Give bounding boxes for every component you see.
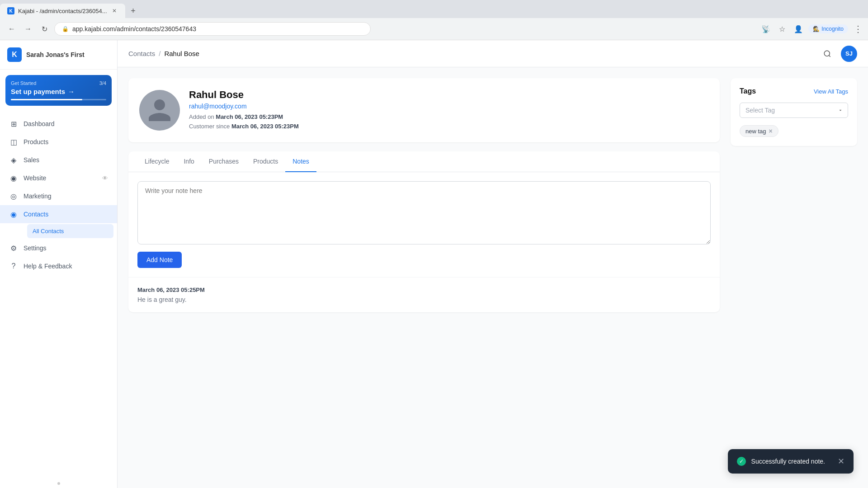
- incognito-icon: 🕵: [813, 26, 820, 32]
- search-button[interactable]: [819, 46, 835, 62]
- active-tab[interactable]: K Kajabi - /admin/contacts/236054... ✕: [0, 4, 125, 18]
- sidebar-item-sales[interactable]: ◈ Sales: [0, 151, 117, 169]
- contact-card: Rahul Bose rahul@moodjoy.com Added on Ma…: [128, 78, 720, 142]
- tags-header: Tags View All Tags: [740, 87, 848, 95]
- sidebar-item-label: Sales: [24, 156, 39, 164]
- breadcrumb-separator: /: [159, 50, 160, 57]
- view-all-tags-link[interactable]: View All Tags: [814, 88, 848, 95]
- tags-title: Tags: [740, 87, 756, 95]
- browser-toolbar: ← → ↻ 🔒 app.kajabi.com/admin/contacts/23…: [0, 18, 868, 40]
- get-started-banner[interactable]: Get Started 3/4 Set up payments →: [5, 75, 112, 106]
- url-text: app.kajabi.com/admin/contacts/2360547643: [72, 25, 196, 33]
- sidebar: K Sarah Jonas's First Get Started 3/4 Se…: [0, 40, 118, 488]
- profile-button[interactable]: 👤: [792, 23, 805, 35]
- note-textarea[interactable]: [137, 181, 711, 244]
- sidebar-item-products[interactable]: ◫ Products: [0, 133, 117, 151]
- contact-meta: Added on March 06, 2023 05:23PM Customer…: [189, 113, 299, 131]
- products-icon: ◫: [9, 137, 18, 146]
- sidebar-item-label: Settings: [24, 244, 47, 252]
- browser-menu-button[interactable]: ⋮: [854, 23, 863, 34]
- toast-close-button[interactable]: ✕: [838, 456, 844, 466]
- dashboard-icon: ⊞: [9, 119, 18, 128]
- get-started-progress-bar: [11, 99, 82, 100]
- tabs-content: Add Note: [128, 172, 720, 277]
- breadcrumb-current: Rahul Bose: [164, 50, 199, 57]
- sidebar-item-marketing[interactable]: ◎ Marketing: [0, 187, 117, 205]
- avatar-icon: [146, 97, 173, 124]
- toast-success-icon: ✓: [737, 457, 746, 466]
- note-entry-0: March 06, 2023 05:25PM He is a great guy…: [128, 277, 720, 312]
- browser-actions: 📡 ☆ 👤 🕵 Incognito ⋮: [760, 23, 863, 35]
- new-tab-button[interactable]: +: [127, 5, 140, 17]
- sidebar-item-contacts[interactable]: ◉ Contacts: [0, 205, 117, 223]
- sales-icon: ◈: [9, 155, 18, 164]
- sidebar-nav: ⊞ Dashboard ◫ Products ◈ Sales ◉ Website…: [0, 111, 117, 479]
- svg-point-0: [824, 51, 830, 56]
- tag-remove-button[interactable]: ×: [769, 127, 773, 135]
- tag-select[interactable]: Select Tag: [740, 103, 848, 118]
- sidebar-item-website[interactable]: ◉ Website 👁: [0, 169, 117, 187]
- all-contacts-label: All Contacts: [33, 228, 64, 235]
- sidebar-brand: Sarah Jonas's First: [26, 51, 85, 58]
- contact-detail: Rahul Bose rahul@moodjoy.com Added on Ma…: [128, 78, 720, 477]
- note-text: He is a great guy.: [137, 296, 711, 303]
- get-started-progress: [11, 99, 106, 100]
- sidebar-logo: K: [7, 47, 22, 62]
- note-date: March 06, 2023 05:25PM: [137, 286, 711, 293]
- top-header: Contacts / Rahul Bose SJ: [118, 40, 868, 67]
- app: K Sarah Jonas's First Get Started 3/4 Se…: [0, 40, 868, 488]
- marketing-icon: ◎: [9, 192, 18, 201]
- contact-email[interactable]: rahul@moodjoy.com: [189, 103, 299, 110]
- sidebar-sub-contacts: All Contacts: [0, 224, 117, 238]
- scroll-dot: [57, 482, 60, 485]
- sidebar-sub-item-all-contacts[interactable]: All Contacts: [27, 224, 113, 238]
- tab-info[interactable]: Info: [176, 151, 201, 172]
- sidebar-item-help[interactable]: ? Help & Feedback: [0, 257, 117, 275]
- sidebar-item-label: Marketing: [24, 192, 51, 200]
- incognito-label: Incognito: [821, 26, 844, 32]
- get-started-title: Set up payments →: [11, 88, 106, 95]
- tab-favicon: K: [7, 7, 14, 14]
- sidebar-item-settings[interactable]: ⚙ Settings: [0, 239, 117, 257]
- customer-since-label: Customer since: [189, 123, 230, 130]
- content-area: Rahul Bose rahul@moodjoy.com Added on Ma…: [118, 67, 868, 488]
- tab-products[interactable]: Products: [246, 151, 285, 172]
- sidebar-item-label: Products: [24, 138, 48, 145]
- scroll-indicator: [0, 479, 117, 488]
- tab-purchases[interactable]: Purchases: [202, 151, 246, 172]
- contact-name: Rahul Bose: [189, 89, 299, 101]
- cast-button[interactable]: 📡: [760, 23, 772, 35]
- breadcrumb: Contacts / Rahul Bose: [128, 50, 199, 57]
- incognito-badge: 🕵 Incognito: [808, 24, 848, 33]
- toast-message: Successfully created note.: [751, 458, 825, 465]
- tabs-header: Lifecycle Info Purchases Products Notes: [128, 151, 720, 172]
- sidebar-item-label: Help & Feedback: [24, 263, 72, 270]
- tags-card: Tags View All Tags Select Tag new tag ×: [731, 78, 857, 146]
- sidebar-item-dashboard[interactable]: ⊞ Dashboard: [0, 115, 117, 133]
- added-label: Added on: [189, 113, 214, 120]
- tab-title: Kajabi - /admin/contacts/236054...: [18, 8, 107, 14]
- sidebar-item-label: Dashboard: [24, 120, 55, 127]
- add-note-button[interactable]: Add Note: [137, 252, 182, 268]
- forward-button[interactable]: →: [22, 23, 34, 35]
- bookmark-button[interactable]: ☆: [776, 23, 788, 35]
- help-icon: ?: [9, 262, 18, 271]
- back-button[interactable]: ←: [5, 23, 18, 35]
- tags-list: new tag ×: [740, 125, 848, 137]
- contact-avatar: [139, 90, 180, 131]
- customer-since-date: March 06, 2023 05:23PM: [231, 123, 299, 130]
- user-avatar[interactable]: SJ: [841, 46, 857, 62]
- contact-info: Rahul Bose rahul@moodjoy.com Added on Ma…: [189, 89, 299, 131]
- tab-lifecycle[interactable]: Lifecycle: [137, 151, 176, 172]
- reload-button[interactable]: ↻: [38, 23, 51, 35]
- main: Contacts / Rahul Bose SJ: [118, 40, 868, 488]
- tag-label: new tag: [745, 128, 766, 135]
- added-date: March 06, 2023 05:23PM: [216, 113, 283, 120]
- tag-badge-new-tag: new tag ×: [740, 125, 778, 137]
- address-bar[interactable]: 🔒 app.kajabi.com/admin/contacts/23605476…: [54, 22, 371, 36]
- tab-close-button[interactable]: ✕: [111, 7, 118, 14]
- tab-notes[interactable]: Notes: [285, 151, 316, 172]
- breadcrumb-contacts-link[interactable]: Contacts: [128, 50, 155, 57]
- contacts-icon: ◉: [9, 210, 18, 219]
- settings-icon: ⚙: [9, 244, 18, 253]
